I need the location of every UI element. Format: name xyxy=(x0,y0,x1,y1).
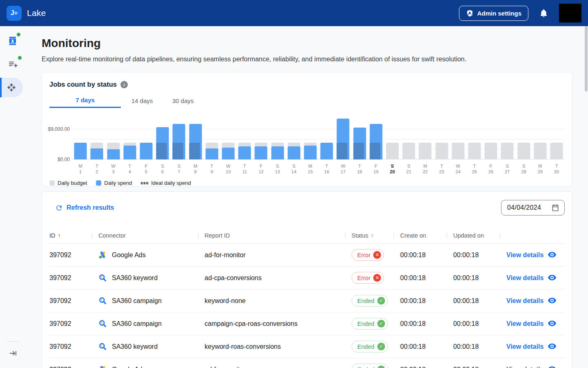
notifications-bell-icon[interactable] xyxy=(539,9,548,18)
ideal-spend-dashes-icon xyxy=(141,182,148,184)
user-avatar[interactable] xyxy=(559,4,581,22)
x-tick-day-15: M15 xyxy=(302,163,318,175)
view-details-link[interactable]: View details xyxy=(506,320,565,328)
daily-spend-bar xyxy=(287,146,300,159)
brand-name: Lake xyxy=(27,8,46,18)
daily-spend-bar xyxy=(107,149,120,159)
date-picker-input[interactable]: 04/04/2024 xyxy=(501,200,565,215)
daily-spend-bar xyxy=(140,143,152,159)
eye-icon xyxy=(548,343,557,350)
daily-spend-bar xyxy=(271,146,284,159)
tab-14-days[interactable]: 14 days xyxy=(121,93,163,108)
jobs-table-card: Refresh results 04/04/2024 ID↑ Connector… xyxy=(42,191,572,368)
jobs-count-card: Jobs count by status i 7 days 14 days 30… xyxy=(42,72,572,186)
sa360-icon xyxy=(98,274,107,282)
spend-within-budget-bar xyxy=(173,143,183,159)
app-logo[interactable]: J÷ xyxy=(7,6,22,21)
cell-updated-on: 00:00:18 xyxy=(447,297,500,305)
column-header-report-id[interactable]: Report ID xyxy=(198,232,345,239)
x-tick-day-28: S28 xyxy=(515,163,532,175)
x-tick-day-21: S21 xyxy=(401,163,417,175)
sidebar-expand-button[interactable] xyxy=(6,346,20,361)
cell-id: 397092 xyxy=(49,274,92,282)
cell-updated-on: 00:00:18 xyxy=(447,366,500,368)
sidebar-item-accounts[interactable] xyxy=(4,32,22,50)
tab-30-days[interactable]: 30 days xyxy=(163,93,203,108)
x-tick-day-10: W10 xyxy=(220,163,236,175)
eye-icon xyxy=(548,274,557,281)
bar-group-day-13 xyxy=(269,117,285,159)
column-header-updated-on[interactable]: Updated on xyxy=(447,232,500,239)
view-details-link[interactable]: View details xyxy=(506,343,565,350)
x-tick-day-3: W3 xyxy=(105,163,121,175)
status-icon: ✓ xyxy=(377,366,385,368)
left-sidebar xyxy=(0,26,26,368)
tab-7-days[interactable]: 7 days xyxy=(49,93,121,108)
sa360-icon xyxy=(98,319,107,328)
cell-status: Error ✕ xyxy=(345,249,394,261)
cell-create-on: 00:00:18 xyxy=(394,320,447,328)
spend-within-budget-bar xyxy=(370,143,380,159)
bar-group-day-14 xyxy=(286,117,302,159)
spend-within-budget-bar xyxy=(189,143,200,159)
daily-budget-bar xyxy=(517,143,530,159)
chart-legend: Daily budget Daily spend Ideal daily spe… xyxy=(49,180,565,186)
cell-report-id: keyword-roas-conversions xyxy=(198,343,345,350)
sidebar-item-monitoring-active[interactable] xyxy=(0,78,23,97)
spend-within-budget-bar xyxy=(353,143,364,159)
admin-settings-button[interactable]: Admin settings xyxy=(459,6,528,21)
column-header-id[interactable]: ID↑ xyxy=(49,232,92,239)
bar-group-day-30 xyxy=(548,117,565,159)
column-header-create-on[interactable]: Create on xyxy=(394,232,447,239)
bar-group-day-22 xyxy=(417,117,433,159)
logo-glyph: J÷ xyxy=(11,9,18,17)
sidebar-item-pipelines[interactable] xyxy=(4,54,22,72)
cell-connector: Google Ads xyxy=(92,365,198,368)
spend-chart: $9,000.00 $0.00 M1T2W3T4F5S6S7M8T9W10T11… xyxy=(49,117,565,175)
refresh-results-button[interactable]: Refresh results xyxy=(55,204,114,212)
sort-up-icon: ↑ xyxy=(371,232,374,239)
view-details-label: View details xyxy=(506,343,543,350)
view-details-link[interactable]: View details xyxy=(506,251,565,259)
table-header: ID↑ Connector Report ID Status↑ Create o… xyxy=(49,228,565,243)
daily-budget-bar xyxy=(468,143,481,159)
daily-spend-bar xyxy=(205,148,218,159)
bar-group-day-2 xyxy=(89,117,105,159)
eye-icon xyxy=(548,297,557,304)
status-label: Ended xyxy=(357,321,374,327)
x-tick-day-8: M8 xyxy=(187,163,203,175)
daily-spend-bar xyxy=(304,146,316,159)
daily-spend-bar xyxy=(91,148,103,159)
admin-settings-label: Admin settings xyxy=(477,10,521,17)
cell-create-on: 00:00:18 xyxy=(394,366,447,368)
status-badge: Ended ✓ xyxy=(352,341,388,352)
view-details-link[interactable]: View details xyxy=(506,274,565,282)
status-label: Error xyxy=(357,252,370,258)
view-details-link[interactable]: View details xyxy=(506,366,565,368)
contact-card-icon xyxy=(7,35,19,47)
range-tabs: 7 days 14 days 30 days xyxy=(49,93,565,108)
sa360-icon xyxy=(98,296,107,305)
status-badge: Error ✕ xyxy=(352,272,384,284)
status-label: Error xyxy=(357,275,370,281)
app-window: J÷ Lake Admin settings xyxy=(0,0,588,368)
refresh-label: Refresh results xyxy=(67,204,114,211)
info-icon[interactable]: i xyxy=(120,81,128,88)
x-tick-day-24: W24 xyxy=(450,163,466,175)
cell-report-id: campaign-cpa-roas-conversions xyxy=(198,320,345,328)
table-row: 397092 Google Ads ad-for-monitor Error ✕… xyxy=(49,243,565,266)
x-tick-day-1: M1 xyxy=(72,163,89,175)
view-details-link[interactable]: View details xyxy=(506,297,565,305)
page-scrollbar-thumb[interactable] xyxy=(585,26,588,92)
connector-name: SA360 campaign xyxy=(112,320,162,328)
x-tick-day-2: T2 xyxy=(89,163,105,175)
bar-group-day-26 xyxy=(483,117,499,159)
active-indicator-bar xyxy=(0,78,2,97)
connector-name: SA360 campaign xyxy=(112,297,162,305)
column-header-connector[interactable]: Connector xyxy=(92,232,198,239)
connector-name: Google Ads xyxy=(112,251,146,259)
cell-updated-on: 00:00:18 xyxy=(447,320,500,328)
cell-connector: SA360 keyword xyxy=(92,274,198,282)
column-header-status[interactable]: Status↑ xyxy=(345,232,394,239)
x-tick-day-27: S27 xyxy=(499,163,515,175)
